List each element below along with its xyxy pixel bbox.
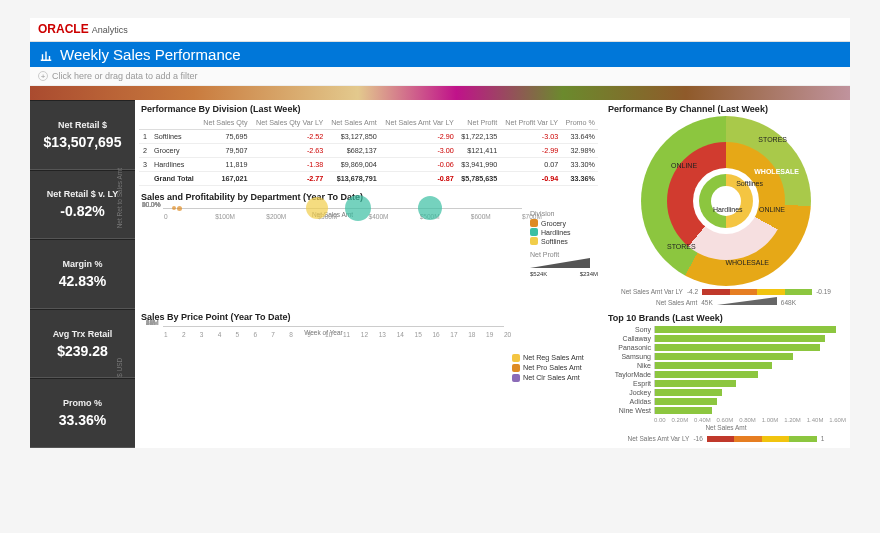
brand-bar-row[interactable]: Panasonic: [606, 343, 846, 352]
table-header[interactable]: Net Sales Amt Var LY: [380, 116, 457, 130]
donut-chart[interactable]: ONLINE STORES WHOLESALE Softlines Hardli…: [641, 116, 811, 286]
area-panel: Sales By Price Point (Year To Date) $ US…: [139, 310, 598, 442]
oracle-logo: ORACLEAnalytics: [38, 22, 128, 37]
table-header[interactable]: [139, 116, 151, 130]
kpi-promo[interactable]: Promo % 33.36%: [30, 378, 135, 448]
bubble-point[interactable]: [177, 206, 182, 211]
table-header[interactable]: [151, 116, 198, 130]
brand-bar-row[interactable]: Callaway: [606, 334, 846, 343]
table-row[interactable]: 3Hardlines11,819-1.38$9,869,004-0.06$3,9…: [139, 158, 598, 172]
table-row[interactable]: 1Softlines75,695-2.52$3,127,850-2.90$1,7…: [139, 130, 598, 144]
brand-bar-row[interactable]: Esprit: [606, 379, 846, 388]
table-header[interactable]: Net Sales Qty: [198, 116, 250, 130]
table-row[interactable]: 2Grocery79,507-2.63$682,137-3.00$121,411…: [139, 144, 598, 158]
filter-bar[interactable]: + Click here or drag data to add a filte…: [30, 67, 850, 86]
brand-bar-row[interactable]: Nine West: [606, 406, 846, 415]
app-header: ORACLEAnalytics: [30, 18, 850, 42]
kpi-sidebar: Net Retail $ $13,507,695 Net Retail $ v.…: [30, 100, 135, 448]
division-table-panel: Performance By Division (Last Week) Net …: [139, 102, 598, 186]
bubble-point[interactable]: [418, 196, 442, 220]
scatter-chart[interactable]: 10.0%20.0%30.0%40.0%50.0%60.0%0$100M$200…: [163, 208, 522, 209]
division-table[interactable]: Net Sales QtyNet Sales Qty Var LYNet Sal…: [139, 116, 598, 186]
app-window: ORACLEAnalytics Weekly Sales Performance…: [30, 18, 850, 448]
brands-bar-chart[interactable]: SonyCallawayPanasonicSamsungNikeTaylorMa…: [606, 325, 846, 415]
table-header[interactable]: Net Sales Amt: [326, 116, 379, 130]
area-chart[interactable]: 2M4M6M8M10M12M14M12345678910111213141516…: [163, 326, 504, 327]
svg-marker-1: [717, 297, 777, 305]
brand-bar-row[interactable]: Sony: [606, 325, 846, 334]
table-header[interactable]: Net Profit: [457, 116, 500, 130]
decorative-band: [30, 86, 850, 100]
table-header[interactable]: Net Sales Qty Var LY: [251, 116, 327, 130]
brand-bar-row[interactable]: Nike: [606, 361, 846, 370]
table-header[interactable]: Promo %: [561, 116, 598, 130]
kpi-net-retail[interactable]: Net Retail $ $13,507,695: [30, 100, 135, 170]
page-title: Weekly Sales Performance: [60, 46, 241, 63]
table-header[interactable]: Net Profit Var LY: [500, 116, 561, 130]
brand-bar-row[interactable]: TaylorMade: [606, 370, 846, 379]
donut-panel: Performance By Channel (Last Week) ONLIN…: [606, 102, 846, 307]
brand-bar-row[interactable]: Jockey: [606, 388, 846, 397]
svg-marker-0: [530, 258, 590, 268]
brand-bar-row[interactable]: Samsung: [606, 352, 846, 361]
kpi-margin[interactable]: Margin % 42.83%: [30, 239, 135, 309]
area-legend: Net Reg Sales AmtNet Pro Sales AmtNet Cl…: [508, 324, 598, 442]
table-grand-total[interactable]: Grand Total167,021-2.77$13,678,791-0.87$…: [139, 172, 598, 186]
bubble-point[interactable]: [172, 206, 176, 210]
brands-panel: Top 10 Brands (Last Week) SonyCallawayPa…: [606, 311, 846, 442]
filter-hint: Click here or drag data to add a filter: [52, 71, 198, 81]
title-bar: Weekly Sales Performance: [30, 42, 850, 67]
add-filter-icon[interactable]: +: [38, 71, 48, 81]
scatter-panel: Sales and Profitability by Department (Y…: [139, 190, 598, 306]
brand-bar-row[interactable]: Adidas: [606, 397, 846, 406]
chart-icon: [38, 47, 54, 63]
